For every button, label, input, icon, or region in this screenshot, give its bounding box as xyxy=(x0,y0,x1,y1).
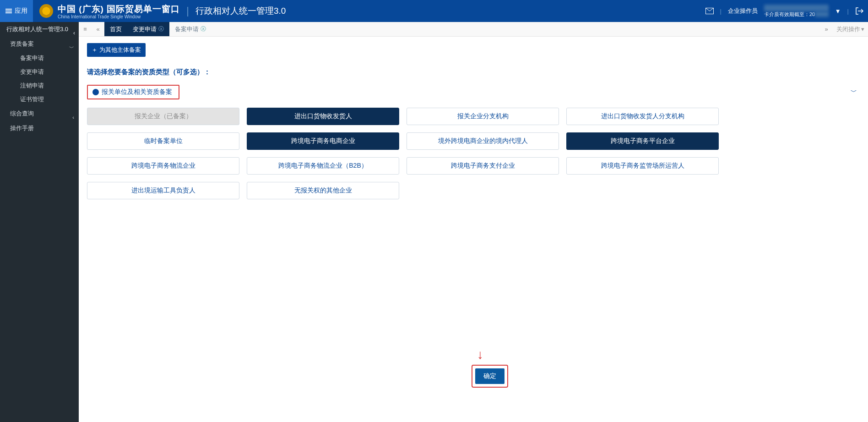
sidebar: 行政相对人统一管理3.0 ‹ 资质备案 ﹀ 备案申请 变更申请 注销申请 证书管… xyxy=(0,22,79,422)
brand-title: 中国 (广东) 国际贸易单一窗口 xyxy=(58,4,180,14)
tabbar: ≡ « 首页 变更申请 ⓧ 备案申请 ⓧ » 关闭操作▾ xyxy=(79,22,868,37)
plus-icon: ＋ xyxy=(92,46,98,54)
app-menu-label: 应用 xyxy=(15,7,27,15)
topbar-right: | 企业操作员 xxxxxx 卡介质有效期截至：20x ▼ | xyxy=(705,5,868,18)
content: ＋ 为其他主体备案 请选择您要备案的资质类型（可多选）： 报关单位及相关资质备案… xyxy=(79,37,868,422)
sidebar-group-query[interactable]: 综合查询 ‹ xyxy=(0,106,79,121)
mail-icon[interactable] xyxy=(705,8,714,14)
close-operations[interactable]: 关闭操作▾ xyxy=(833,22,868,36)
qualification-option: 报关企业（已备案） xyxy=(87,108,239,125)
user-name-masked: xxxxxx xyxy=(764,5,829,12)
sidebar-item-cert[interactable]: 证书管理 xyxy=(0,93,79,106)
register-other-entity-button[interactable]: ＋ 为其他主体备案 xyxy=(87,43,146,57)
brand: 中国 (广东) 国际贸易单一窗口 China International Tra… xyxy=(58,3,180,19)
chevron-down-icon: ▾ xyxy=(861,26,864,33)
tab-register[interactable]: 备案申请 ⓧ xyxy=(169,22,212,36)
tabs-scroll-right[interactable]: » xyxy=(820,22,833,36)
chevron-down-icon[interactable]: ﹀ xyxy=(851,88,860,96)
topbar: 应用 中国 (广东) 国际贸易单一窗口 China International … xyxy=(0,0,868,22)
sidebar-group-qualification[interactable]: 资质备案 ﹀ xyxy=(0,37,79,51)
tab-home[interactable]: 首页 xyxy=(104,22,127,36)
sidebar-item-cancel[interactable]: 注销申请 xyxy=(0,79,79,93)
sidebar-item-change[interactable]: 变更申请 xyxy=(0,65,79,79)
qualification-option[interactable]: 进出境运输工具负责人 xyxy=(87,182,239,199)
qualification-option[interactable]: 报关企业分支机构 xyxy=(407,108,559,125)
option-grid: 报关企业（已备案）进出口货物收发货人报关企业分支机构进出口货物收发货人分支机构临… xyxy=(87,108,719,199)
tabs-scroll-left[interactable]: « xyxy=(92,22,104,36)
qualification-option[interactable]: 跨境电子商务平台企业 xyxy=(566,132,719,150)
close-icon[interactable]: ⓧ xyxy=(201,25,206,33)
section-title: 请选择您要备案的资质类型（可多选）： xyxy=(87,68,860,77)
role-label: 企业操作员 xyxy=(728,7,758,15)
category-row: 报关单位及相关资质备案 ﹀ xyxy=(87,85,860,99)
close-icon[interactable]: ⓧ xyxy=(158,25,164,33)
qualification-option[interactable]: 跨境电子商务物流企业（B2B） xyxy=(247,157,399,175)
sidebar-item-register[interactable]: 备案申请 xyxy=(0,51,79,65)
confirm-button[interactable]: 确定 xyxy=(475,368,505,384)
starburst-icon xyxy=(92,89,99,95)
divider-icon: | xyxy=(186,5,189,17)
main: ≡ « 首页 变更申请 ⓧ 备案申请 ⓧ » 关闭操作▾ ＋ 为其他主体备案 请… xyxy=(79,22,868,422)
app-menu-button[interactable]: 应用 xyxy=(0,0,33,22)
qualification-option[interactable]: 境外跨境电商企业的境内代理人 xyxy=(407,132,559,150)
category-customs-qualification[interactable]: 报关单位及相关资质备案 xyxy=(87,85,179,99)
card-validity-label: 卡介质有效期截至： xyxy=(764,11,809,17)
dropdown-icon[interactable]: ▼ xyxy=(835,8,841,15)
confirm-highlight: 确定 xyxy=(472,365,508,388)
qualification-option[interactable]: 跨境电子商务物流企业 xyxy=(87,157,239,175)
qualification-option[interactable]: 跨境电子商务支付企业 xyxy=(407,157,559,175)
qualification-option[interactable]: 临时备案单位 xyxy=(87,132,239,150)
tab-change[interactable]: 变更申请 ⓧ xyxy=(127,22,169,36)
qualification-option[interactable]: 进出口货物收发货人分支机构 xyxy=(566,108,719,125)
hamburger-icon xyxy=(5,9,12,13)
arrow-down-annotation-icon: ↓ xyxy=(477,348,483,361)
logout-icon[interactable] xyxy=(855,7,863,15)
qualification-option[interactable]: 跨境电子商务电商企业 xyxy=(247,132,399,150)
chevron-down-icon: ﹀ xyxy=(69,40,74,55)
sidebar-group-manual[interactable]: 操作手册 xyxy=(0,121,79,136)
qualification-option[interactable]: 跨境电子商务监管场所运营人 xyxy=(566,157,719,175)
customs-logo-icon xyxy=(39,4,53,18)
module-title: 行政相对人统一管理3.0 xyxy=(195,5,286,17)
sidebar-title[interactable]: 行政相对人统一管理3.0 ‹ xyxy=(0,22,79,37)
qualification-option[interactable]: 无报关权的其他企业 xyxy=(247,182,399,199)
card-validity-value: 20 xyxy=(809,11,815,17)
tabs-collapse-icon[interactable]: ≡ xyxy=(79,22,92,36)
qualification-option[interactable]: 进出口货物收发货人 xyxy=(247,108,399,125)
brand-subtitle: China International Trade Single Window xyxy=(58,14,180,19)
